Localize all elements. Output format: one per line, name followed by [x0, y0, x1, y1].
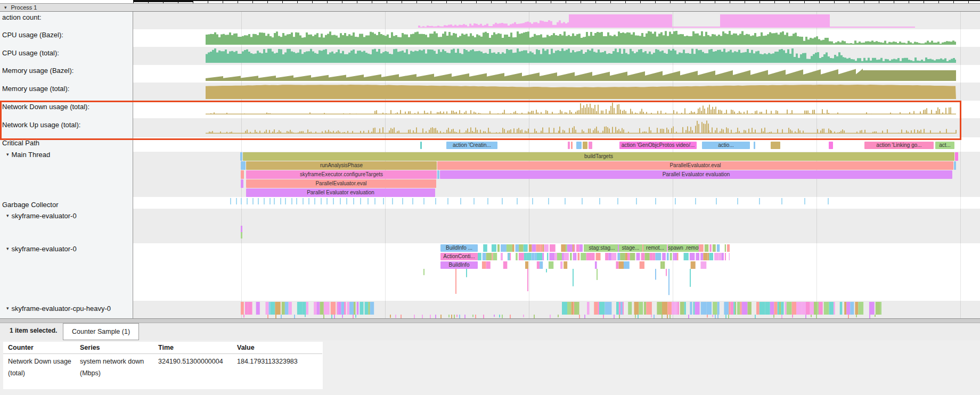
table-header-value: Value: [237, 344, 320, 351]
trace-viewer-window: ▾ Process 1 1 item selected. Counter Sam…: [0, 0, 980, 395]
slice[interactable]: [589, 142, 592, 149]
slice-buildtargets[interactable]: buildTargets: [243, 152, 954, 161]
track-label: action count:: [2, 13, 42, 21]
track-label: skyframe-evaluator-0: [12, 212, 77, 220]
sidebar-item-main-thread[interactable]: ▾Main Thread: [0, 151, 136, 159]
track-label: skyframe-evaluator-0: [12, 245, 77, 253]
slice-act[interactable]: act...: [935, 142, 954, 149]
track-label: Critical Path: [2, 139, 39, 147]
table-header-counter: Counter: [8, 344, 75, 351]
selection-status: 1 item selected.: [10, 327, 57, 334]
sidebar-item-memory-usage--bazel--[interactable]: Memory usage (Bazel):: [0, 67, 132, 75]
collapse-arrow-icon[interactable]: ▾: [6, 152, 9, 157]
table-cell[interactable]: Network Down usage (total): [8, 356, 75, 379]
slice-parallelevaluatoreval[interactable]: ParallelEvaluator.eval: [246, 179, 436, 188]
slice[interactable]: [571, 142, 573, 149]
sidebar-item-garbage-collector[interactable]: Garbage Collector: [0, 201, 132, 209]
track-label: Memory usage (total):: [2, 85, 69, 93]
sidebar-item-network-down-usage--total--[interactable]: Network Down usage (total):: [0, 103, 132, 111]
slice[interactable]: [420, 142, 422, 149]
slice-stage[interactable]: stage...: [619, 244, 642, 252]
track-label: Network Down usage (total):: [2, 103, 89, 111]
table-header-series: Series: [80, 344, 152, 351]
slice[interactable]: [240, 152, 242, 161]
slice-parallelevaluatorevaluat[interactable]: Parallel Evaluator evaluation: [440, 170, 952, 179]
sidebar-item-memory-usage--total--[interactable]: Memory usage (total):: [0, 85, 132, 93]
slice-buildinfo[interactable]: BuildInfo ...: [440, 244, 478, 252]
slice[interactable]: [241, 161, 246, 170]
slice-parallelevaluatorevaluat[interactable]: Parallel Evaluator evaluation: [246, 188, 435, 197]
slice-runanalysisphase[interactable]: runAnalysisPhase: [246, 161, 437, 170]
sidebar-item-skyframe-evaluator-0[interactable]: ▾skyframe-evaluator-0: [0, 245, 136, 253]
slice[interactable]: [568, 142, 570, 149]
sidebar-item-skyframe-evaluator-0[interactable]: ▾skyframe-evaluator-0: [0, 212, 136, 220]
slice-skyframeexecutorconfigur[interactable]: skyframeExecutor.configureTargets: [246, 170, 437, 179]
table-cell[interactable]: 324190.51300000004: [158, 356, 233, 367]
sidebar-item-skyframe-evaluator-cpu-heavy-0[interactable]: ▾skyframe-evaluator-cpu-heavy-0: [0, 305, 136, 312]
table-header-time: Time: [158, 344, 233, 351]
slice-actionlinkinggo[interactable]: action 'Linking go...: [864, 142, 934, 149]
slice[interactable]: [437, 170, 439, 179]
tab-counter-sample[interactable]: Counter Sample (1): [63, 323, 139, 340]
process-title: Process 1: [11, 4, 37, 11]
track-label: Main Thread: [12, 151, 51, 159]
track-label: CPU usage (Bazel):: [2, 31, 63, 39]
slice-parallelevaluatoreval[interactable]: ParallelEvaluator.eval: [437, 161, 953, 170]
slice-spawnremot[interactable]: spawn .remot...: [668, 244, 699, 252]
slice[interactable]: [829, 142, 833, 149]
process-header[interactable]: ▾ Process 1: [0, 3, 980, 12]
slice[interactable]: [954, 161, 956, 170]
table-header-divider: [3, 353, 322, 354]
table-cell[interactable]: 184.1793113323983: [237, 356, 320, 367]
collapse-arrow-icon[interactable]: ▾: [6, 213, 9, 218]
slice-remot[interactable]: remot...: [643, 244, 667, 252]
slice[interactable]: [754, 142, 755, 149]
track-label: Garbage Collector: [2, 201, 59, 209]
sidebar-item-cpu-usage--bazel--[interactable]: CPU usage (Bazel):: [0, 31, 132, 39]
track-label: Network Up usage (total):: [2, 121, 80, 129]
slice[interactable]: [583, 142, 587, 149]
collapse-arrow-icon[interactable]: ▾: [6, 246, 9, 251]
track-label: CPU usage (total):: [2, 49, 59, 57]
slice-stagstag[interactable]: stag:stag...: [586, 244, 618, 252]
panel-splitter[interactable]: [0, 318, 980, 323]
sidebar-item-action-count-[interactable]: action count:: [0, 13, 132, 21]
sidebar-item-cpu-usage--total--[interactable]: CPU usage (total):: [0, 49, 132, 57]
slice[interactable]: [241, 170, 244, 179]
slice[interactable]: [955, 152, 958, 161]
time-ruler-selection: [133, 0, 193, 2]
track-sidebar: [0, 12, 133, 318]
collapse-arrow-icon[interactable]: ▾: [6, 306, 9, 311]
slice[interactable]: [771, 142, 780, 149]
slice-actionconti[interactable]: ActionConti...: [440, 253, 478, 260]
track-label: Memory usage (Bazel):: [2, 67, 74, 75]
slice[interactable]: [241, 179, 243, 188]
sidebar-item-network-up-usage--total--[interactable]: Network Up usage (total):: [0, 121, 132, 129]
bottom-tab-bar: [0, 323, 980, 340]
slice[interactable]: [576, 142, 582, 149]
sidebar-item-critical-path[interactable]: Critical Path: [0, 139, 132, 147]
slice-actioncreatin[interactable]: action 'Creatin...: [446, 142, 497, 149]
track-label: skyframe-evaluator-cpu-heavy-0: [12, 305, 111, 312]
collapse-arrow-icon[interactable]: ▾: [4, 5, 7, 10]
slice-actiongenobjcprotosvideo[interactable]: action 'GenObjcProtos video/...: [619, 142, 697, 149]
table-cell[interactable]: system network down (Mbps): [80, 356, 152, 379]
slice-actio[interactable]: actio...: [702, 142, 750, 149]
slice-buildinfo[interactable]: BuildInfo: [440, 261, 478, 269]
